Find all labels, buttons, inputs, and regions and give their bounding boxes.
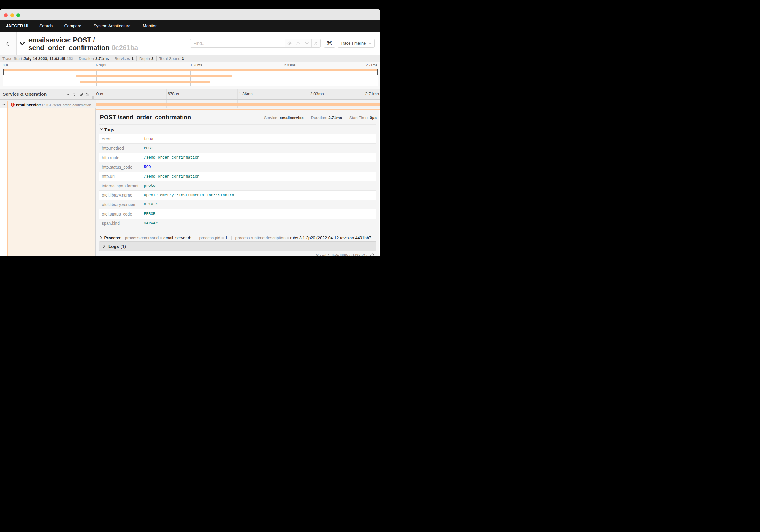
minimap-left-scrubber[interactable] bbox=[3, 69, 4, 75]
depth-value: 3 bbox=[150, 56, 154, 61]
tags-accordian-toggle[interactable]: Tags bbox=[104, 127, 114, 132]
top-navbar: JAEGER UI Search Compare System Architec… bbox=[0, 20, 380, 32]
logs-accordian-toggle[interactable]: Logs (1) bbox=[99, 241, 376, 251]
minimap-span-bar bbox=[3, 69, 378, 71]
tag-row[interactable]: http.url/send_order_confirmation bbox=[99, 171, 376, 181]
trace-total-spans: Total Spans 3 bbox=[160, 56, 184, 61]
process-value: 1 bbox=[225, 235, 227, 240]
close-window-button[interactable] bbox=[4, 13, 8, 17]
tag-value: 500 bbox=[142, 163, 376, 172]
nav-item-monitor[interactable]: Monitor bbox=[143, 20, 157, 32]
tag-value: POST bbox=[142, 144, 376, 153]
detail-service-label: Service: bbox=[264, 116, 278, 120]
tag-row[interactable]: span.kindserver bbox=[99, 218, 376, 228]
timeline-tick: 2.03ms bbox=[310, 91, 324, 96]
tag-value: server bbox=[142, 218, 376, 228]
timeline-cursor-guide bbox=[370, 102, 371, 107]
tag-row[interactable]: otel.library.version0.19.4 bbox=[99, 200, 376, 209]
minimap-tick: 2.03ms bbox=[284, 63, 296, 68]
logs-label: Logs bbox=[108, 244, 119, 249]
find-input[interactable] bbox=[190, 39, 285, 47]
process-value: ruby 3.1.2p20 (2022-04-12 revision 4491b… bbox=[290, 235, 375, 240]
trace-summary-bar: Trace Start July 14 2023, 11:03:45.452 D… bbox=[0, 55, 380, 62]
close-icon bbox=[314, 42, 318, 45]
minimap-tick: 0μs bbox=[3, 63, 9, 68]
tag-key: otel.library.name bbox=[99, 191, 142, 200]
tag-key: span.kind bbox=[99, 218, 142, 228]
nav-item-system-architecture[interactable]: System Architecture bbox=[94, 20, 131, 32]
timeline-header-row: Service & Operation 0μs 678μs 1.36ms 2.0… bbox=[0, 89, 380, 100]
nav-overflow-button[interactable] bbox=[374, 20, 377, 32]
trace-title: emailservice: POST / send_order_confirma… bbox=[28, 36, 138, 52]
find-focus-match-button[interactable] bbox=[285, 39, 294, 47]
depth-label: Depth bbox=[139, 56, 150, 61]
keyboard-shortcuts-button[interactable]: ⌘ bbox=[324, 39, 335, 48]
tag-key: http.url bbox=[99, 171, 142, 181]
minimap-tick: 678μs bbox=[96, 63, 106, 68]
tag-row[interactable]: http.status_code500 bbox=[99, 163, 376, 172]
tag-key: http.route bbox=[99, 153, 142, 163]
tag-row[interactable]: otel.status_codeERROR bbox=[99, 209, 376, 219]
span-duration-bar[interactable] bbox=[96, 103, 380, 106]
span-row-timeline[interactable] bbox=[96, 100, 380, 108]
trace-page-header: emailservice: POST / send_order_confirma… bbox=[0, 32, 380, 55]
find-next-button[interactable] bbox=[303, 39, 311, 47]
tag-row[interactable]: http.route/send_order_confirmation bbox=[99, 153, 376, 163]
tag-value: proto bbox=[142, 181, 376, 191]
deep-link-icon[interactable] bbox=[369, 253, 374, 256]
nav-brand-jaeger-ui[interactable]: JAEGER UI bbox=[6, 20, 28, 32]
trace-services: Services 1 bbox=[115, 56, 134, 61]
summary-separator bbox=[76, 56, 76, 61]
span-children-collapse-icon[interactable] bbox=[2, 104, 5, 106]
nav-item-compare[interactable]: Compare bbox=[65, 20, 82, 32]
minimap-canvas[interactable] bbox=[3, 69, 378, 86]
tag-value: ERROR bbox=[142, 209, 376, 219]
collapse-one-icon[interactable] bbox=[66, 93, 70, 96]
span-row-name-column: ! emailservice POST /send_order_confirma… bbox=[0, 100, 95, 108]
tag-row[interactable]: errortrue bbox=[99, 134, 376, 144]
span-service-name: emailservice bbox=[16, 102, 41, 107]
collapse-all-icon[interactable] bbox=[79, 93, 83, 96]
back-arrow-icon[interactable] bbox=[6, 42, 12, 46]
find-bar bbox=[190, 39, 321, 48]
tag-row[interactable]: internal.span.formatproto bbox=[99, 181, 376, 191]
trace-start: Trace Start July 14 2023, 11:03:45.452 bbox=[0, 56, 73, 61]
minimap-right-scrubber[interactable] bbox=[377, 69, 378, 75]
minimap-gridline bbox=[96, 69, 97, 86]
macos-titlebar[interactable] bbox=[0, 10, 380, 20]
tag-key: internal.span.format bbox=[99, 181, 142, 191]
chevron-up-icon bbox=[296, 42, 300, 45]
tag-key: otel.status_code bbox=[99, 209, 142, 219]
process-separator bbox=[195, 236, 195, 240]
nav-item-search[interactable]: Search bbox=[39, 20, 53, 32]
span-detail-panel: POST /send_order_confirmation Service: e… bbox=[95, 108, 380, 256]
timeline-tick: 1.36ms bbox=[239, 91, 253, 96]
span-row[interactable]: ! emailservice POST /send_order_confirma… bbox=[0, 100, 380, 109]
expand-one-icon[interactable] bbox=[72, 93, 76, 96]
tags-table: errortruehttp.methodPOSThttp.route/send_… bbox=[99, 134, 376, 228]
services-label: Services bbox=[115, 56, 130, 61]
minimize-window-button[interactable] bbox=[10, 13, 14, 17]
tag-value: true bbox=[142, 134, 376, 144]
process-key: process.pid bbox=[199, 235, 220, 240]
tag-row[interactable]: otel.library.nameOpenTelemetry::Instrume… bbox=[99, 191, 376, 200]
tag-value: 0.19.4 bbox=[142, 200, 376, 209]
chevron-right-icon bbox=[103, 245, 105, 248]
trace-view-select[interactable]: Trace Timeline bbox=[338, 39, 375, 48]
duration-value: 2.71ms bbox=[94, 56, 109, 61]
trace-title-line2: send_order_confirmation bbox=[28, 44, 110, 52]
find-clear-button[interactable] bbox=[311, 39, 320, 47]
column-resizer-grip[interactable] bbox=[92, 96, 94, 99]
tag-row[interactable]: http.methodPOST bbox=[99, 144, 376, 153]
trace-start-value: July 14 2023, 11:03:45 bbox=[22, 56, 65, 61]
detail-row-left-panel bbox=[8, 108, 95, 256]
zoom-window-button[interactable] bbox=[16, 13, 20, 17]
chevron-down-icon bbox=[100, 128, 103, 130]
collapse-title-chevron-icon[interactable] bbox=[20, 42, 25, 45]
find-prev-button[interactable] bbox=[294, 39, 303, 47]
process-equals: = bbox=[286, 235, 290, 240]
minimap-span-bar bbox=[80, 81, 211, 82]
services-value: 1 bbox=[130, 56, 134, 61]
expand-all-icon[interactable] bbox=[86, 93, 90, 96]
process-accordian-toggle[interactable]: Process: process.command = email_server.… bbox=[100, 234, 376, 241]
